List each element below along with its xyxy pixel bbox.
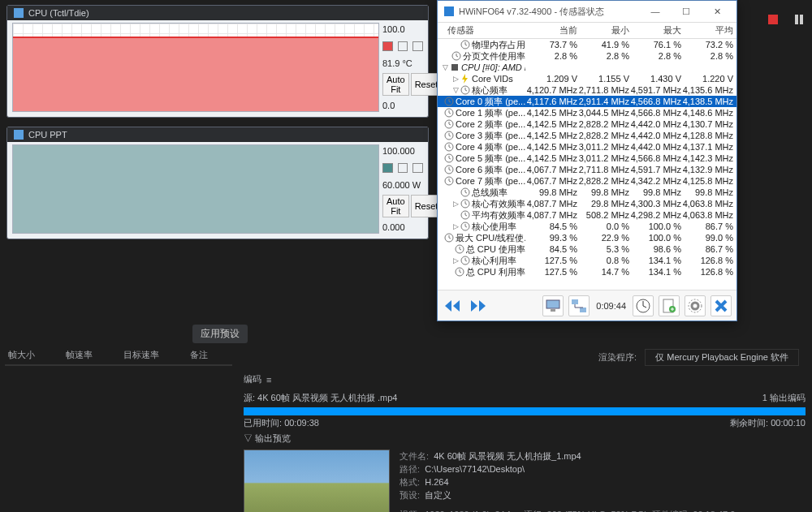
sensor-row[interactable]: 平均有效频率4,087.7 MHz508.2 MHz4,298.2 MHz4,0… <box>438 209 736 221</box>
chart-icon <box>14 8 24 18</box>
sensor-row[interactable]: Core 3 频率 (pe...4,142.5 MHz2,828.2 MHz4,… <box>438 130 736 141</box>
clk-icon <box>444 108 454 118</box>
svg-rect-27 <box>546 300 559 308</box>
autofit-button[interactable]: Auto Fit <box>382 73 409 96</box>
progress-bar <box>244 407 806 415</box>
scale-val: 60.000 W <box>382 180 423 190</box>
panel-header[interactable]: CPU PPT <box>7 127 428 142</box>
legend-swatch-empty <box>412 41 423 51</box>
nav-back-button[interactable] <box>443 295 464 316</box>
clk-icon <box>444 119 454 129</box>
log-icon[interactable] <box>659 295 680 316</box>
col-avg[interactable]: 平均 <box>681 24 733 37</box>
sensor-row[interactable]: ▷Core VIDs1.209 V1.155 V1.430 V1.220 V <box>438 73 736 84</box>
graph-panel-cpu-ppt: CPU PPT 100.000 60.000 W Auto FitReset 0… <box>6 127 429 239</box>
svg-rect-2 <box>444 6 454 16</box>
column-headers[interactable]: 传感器 当前 最小 最大 平均 <box>438 23 736 39</box>
expand-icon[interactable]: ≡ <box>266 375 271 385</box>
apply-preset-button[interactable]: 应用预设 <box>192 325 248 343</box>
sensor-row[interactable]: Core 1 频率 (pe...4,142.5 MHz3,044.5 MHz4,… <box>438 107 736 118</box>
clk-icon <box>444 233 454 243</box>
col-sensor[interactable]: 传感器 <box>441 24 525 37</box>
sensor-row[interactable]: ▷核心使用率84.5 %0.0 %100.0 %86.7 % <box>438 221 736 232</box>
toolbar: 0:09:44 <box>438 290 736 321</box>
col-min[interactable]: 最小 <box>577 24 629 37</box>
sensor-row[interactable]: ▷核心利用率127.5 %0.8 %134.1 %126.8 % <box>438 255 736 266</box>
clock-icon[interactable] <box>633 295 654 316</box>
sensor-row[interactable]: Core 7 频率 (pe...4,067.7 MHz2,828.2 MHz4,… <box>438 175 736 187</box>
clk-icon <box>460 187 470 197</box>
svg-rect-1 <box>14 130 24 140</box>
tab-framerate[interactable]: 帧速率 <box>63 346 96 364</box>
tab-targetrate[interactable]: 目标速率 <box>120 346 162 364</box>
sensor-row[interactable]: 分页文件使用率2.8 %2.8 %2.8 %2.8 % <box>438 50 736 62</box>
chip-icon <box>450 62 460 72</box>
sensor-row[interactable]: ▽核心频率4,120.7 MHz2,711.8 MHz4,591.7 MHz4,… <box>438 84 736 96</box>
maximize-button[interactable]: ☐ <box>673 4 699 19</box>
graph-scale: 100.0 81.9 °C Auto FitReset 0.0 <box>379 23 423 112</box>
monitor-icon[interactable] <box>542 295 564 316</box>
tab-framesize[interactable]: 帧大小 <box>5 346 38 364</box>
sensor-row[interactable]: ▽CPU [#0]: AMD Ryze... <box>438 62 736 73</box>
svg-point-35 <box>689 299 702 312</box>
record-icon[interactable] <box>768 15 778 24</box>
nav-fwd-button[interactable] <box>469 295 490 316</box>
pause-icon[interactable] <box>794 15 804 24</box>
panel-header[interactable]: CPU (Tctl/Tdie) <box>7 6 428 20</box>
sensor-row[interactable]: Core 4 频率 (pe...4,142.5 MHz3,011.2 MHz4,… <box>438 141 736 153</box>
sensor-row[interactable]: ▷核心有效频率4,087.7 MHz29.8 MHz4,300.3 MHz4,0… <box>438 198 736 209</box>
close-button[interactable]: ✕ <box>704 4 730 19</box>
clk-icon <box>444 176 454 186</box>
panel-title: CPU (Tctl/Tdie) <box>28 8 89 18</box>
hwinfo-window: HWiNFO64 v7.32-4900 - 传感器状态 — ☐ ✕ 传感器 当前… <box>437 0 737 321</box>
sensor-row[interactable]: Core 0 频率 (pe...4,117.6 MHz2,911.4 MHz4,… <box>438 96 736 107</box>
clk-icon <box>444 142 454 152</box>
svg-rect-5 <box>451 64 458 71</box>
preview-toggle[interactable]: ▽ 输出预览 <box>244 432 806 445</box>
network-icon[interactable] <box>568 295 590 316</box>
tab-bar: 帧大小 帧速率 目标速率 备注 <box>5 346 232 366</box>
clk-icon <box>460 210 470 220</box>
renderer-row: 渲染程序: 仅 Mercury Playback Engine 软件 <box>598 349 799 366</box>
sensor-row[interactable]: 总 CPU 利用率127.5 %14.7 %134.1 %126.8 % <box>438 266 736 278</box>
quit-icon[interactable] <box>710 295 732 316</box>
clk-icon <box>460 85 470 95</box>
renderer-label: 渲染程序: <box>598 351 637 364</box>
svg-point-34 <box>692 303 698 309</box>
sensor-row[interactable]: Core 2 频率 (pe...4,142.5 MHz2,828.2 MHz4,… <box>438 118 736 130</box>
autofit-button[interactable]: Auto Fit <box>382 195 409 217</box>
chart-icon <box>14 130 24 140</box>
graph-panel-cpu-temp: CPU (Tctl/Tdie) 100.0 81.9 °C Auto FitRe… <box>6 5 429 118</box>
clk-icon <box>455 267 464 277</box>
clk-icon <box>460 222 470 231</box>
bolt-icon <box>460 74 470 84</box>
renderer-select[interactable]: 仅 Mercury Playback Engine 软件 <box>645 349 799 366</box>
sensor-row[interactable]: 总 CPU 使用率84.5 %5.3 %98.6 %86.7 % <box>438 243 736 255</box>
minimize-button[interactable]: — <box>642 4 668 19</box>
scale-val: 81.9 °C <box>382 58 423 68</box>
outputs-count: 1 输出编码 <box>762 392 806 404</box>
sensor-row[interactable]: 物理内存占用73.7 %41.9 %76.1 %73.2 % <box>438 39 736 50</box>
svg-marker-24 <box>453 300 460 312</box>
svg-rect-0 <box>14 8 24 18</box>
tab-notes[interactable]: 备注 <box>187 346 211 364</box>
sensor-row[interactable]: Core 5 频率 (pe...4,142.5 MHz3,011.2 MHz4,… <box>438 153 736 164</box>
sensor-row[interactable]: Core 6 频率 (pe...4,067.7 MHz2,711.8 MHz4,… <box>438 164 736 175</box>
svg-marker-26 <box>479 300 486 312</box>
scale-min: 0.000 <box>382 222 423 232</box>
col-max[interactable]: 最大 <box>629 24 681 37</box>
svg-marker-23 <box>445 300 451 312</box>
clk-icon <box>460 256 470 265</box>
remaining: 剩余时间: 00:00:10 <box>730 417 806 429</box>
legend-swatch-empty <box>398 41 408 51</box>
output-metadata: 文件名: 4K 60帧 风景视频 无人机拍摄_1.mp4 路径: C:\User… <box>400 450 735 512</box>
panel-title: CPU PPT <box>28 130 67 140</box>
titlebar[interactable]: HWiNFO64 v7.32-4900 - 传感器状态 — ☐ ✕ <box>438 1 736 23</box>
sensor-rows[interactable]: 物理内存占用73.7 %41.9 %76.1 %73.2 %分页文件使用率2.8… <box>438 39 736 284</box>
window-title: HWiNFO64 v7.32-4900 - 传感器状态 <box>459 6 637 18</box>
sensor-row[interactable]: 最大 CPU/线程使...99.3 %22.9 %100.0 %99.0 % <box>438 232 736 243</box>
sensor-row[interactable]: 总线频率99.8 MHz99.8 MHz99.8 MHz99.8 MHz <box>438 187 736 198</box>
gear-icon[interactable] <box>685 295 706 316</box>
col-current[interactable]: 当前 <box>525 24 577 37</box>
scale-max: 100.000 <box>382 146 423 156</box>
